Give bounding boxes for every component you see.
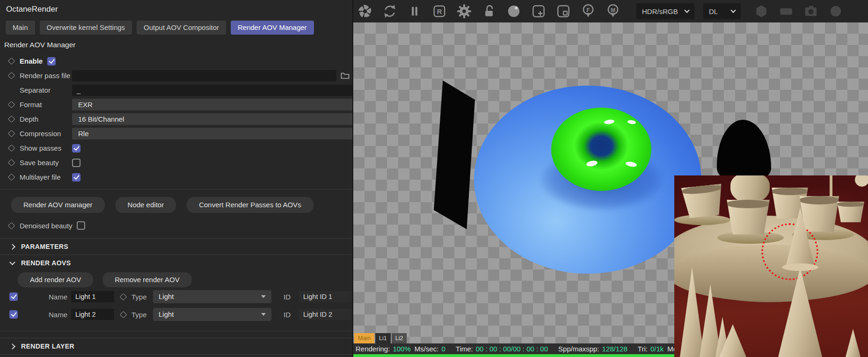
convert-render-passes-button[interactable]: Convert Render Passes to AOVs <box>187 197 313 213</box>
chevron-down-icon <box>9 259 15 265</box>
aov-enabled-checkbox[interactable] <box>9 310 18 319</box>
wooden-jar <box>730 175 770 203</box>
wooden-tree-cone <box>846 329 861 357</box>
device-dropdown[interactable]: DL <box>703 3 741 19</box>
tab-overwrite-kernel-settings[interactable]: Overwrite kernel Settings <box>40 21 132 35</box>
node-diamond-icon <box>8 116 15 123</box>
render-ball-icon[interactable] <box>506 3 522 19</box>
settings-form: Enable Render pass file Separator _ <box>0 54 352 184</box>
aov-row-light-1: Name Light 1 Type Light ID Light ID 1 <box>9 290 352 303</box>
multilayer-file-checkbox[interactable] <box>72 173 80 182</box>
aov-row-light-2: Name Light 2 Type Light ID Light ID 2 <box>9 308 352 321</box>
panel-tab-bar: Main Overwrite kernel Settings Output AO… <box>6 21 352 35</box>
section-parameters[interactable]: PARAMETERS <box>0 239 352 255</box>
node-diamond-icon <box>8 101 15 109</box>
format-label: Format <box>20 101 72 109</box>
pause-icon[interactable] <box>407 3 423 19</box>
tab-render-aov-manager[interactable]: Render AOV Manager <box>231 21 314 35</box>
node-diamond-icon <box>8 159 15 167</box>
aov-type-select[interactable]: Light <box>153 308 271 321</box>
aov-id-input[interactable]: Light ID 1 <box>299 291 351 302</box>
unlock-icon[interactable] <box>481 3 497 19</box>
separator-input[interactable]: _ <box>72 85 352 96</box>
wooden-piece <box>855 175 868 187</box>
refresh-icon[interactable] <box>382 3 398 19</box>
format-select[interactable]: EXR <box>72 99 352 111</box>
material-picker-icon[interactable]: M <box>605 3 621 19</box>
pass-tab-li2[interactable]: Li2 <box>392 333 407 343</box>
svg-text:F: F <box>586 7 590 14</box>
id-label: ID <box>284 293 295 301</box>
add-region-icon[interactable] <box>531 3 547 19</box>
tab-main[interactable]: Main <box>6 21 35 35</box>
render-pass-file-input[interactable] <box>72 70 336 81</box>
show-passes-checkbox[interactable] <box>72 144 80 153</box>
action-buttons: Render AOV manager Node editor Convert R… <box>11 197 352 213</box>
aov-enabled-checkbox[interactable] <box>9 292 18 301</box>
camera-icon[interactable] <box>803 3 819 19</box>
page-title: Render AOV Manager <box>4 41 352 50</box>
multilayer-file-label: Multilayer file <box>20 173 72 181</box>
spp-value: 128/128 <box>602 345 627 353</box>
ms-value: 0 <box>441 345 445 353</box>
render-aov-manager-button[interactable]: Render AOV manager <box>11 197 105 213</box>
tri-value: 0/1k <box>650 345 664 353</box>
depth-select[interactable]: 16 Bit/Channel <box>72 113 352 125</box>
separator-row: Separator _ <box>0 83 352 97</box>
denoised-beauty-checkbox[interactable] <box>77 221 85 230</box>
aov-name-input[interactable]: Light 2 <box>71 309 114 320</box>
type-label: Type <box>131 293 148 301</box>
name-label: Name <box>25 311 67 319</box>
chevron-right-icon <box>9 244 15 250</box>
aov-name-input[interactable]: Light 1 <box>71 291 114 302</box>
restart-render-icon[interactable]: R <box>431 3 447 19</box>
browse-folder-button[interactable] <box>339 70 350 81</box>
dropdown-caret-icon <box>261 313 266 316</box>
depth-row: Depth 16 Bit/Channel <box>0 112 352 126</box>
enable-checkbox[interactable] <box>47 57 56 66</box>
format-row: Format EXR <box>0 97 352 112</box>
remove-render-aov-button[interactable]: Remove render AOV <box>102 272 191 287</box>
compression-select[interactable]: Rle <box>72 128 352 140</box>
aov-list: Name Light 1 Type Light ID Light ID 1 Na… <box>0 290 352 321</box>
node-diamond-icon <box>8 222 15 229</box>
section-render-layer[interactable]: RENDER LAYER <box>0 338 352 354</box>
node-diamond-icon <box>8 145 15 152</box>
folder-icon <box>341 72 350 79</box>
save-beauty-checkbox[interactable] <box>72 159 80 167</box>
save-beauty-row: Save beauty <box>0 155 352 170</box>
chevron-right-icon <box>9 343 15 350</box>
divider <box>0 189 352 189</box>
octane-logo-icon[interactable] <box>357 3 373 19</box>
tab-output-aov-compositor[interactable]: Output AOV Compositor <box>137 21 226 35</box>
time-label: Time: <box>456 345 473 353</box>
mesh-hexagon-icon[interactable] <box>753 3 769 19</box>
dropdown-caret-icon <box>261 295 266 298</box>
viewport-toolbar: R <box>353 0 868 22</box>
add-render-aov-button[interactable]: Add render AOV <box>18 272 93 287</box>
node-diamond-icon <box>8 58 15 65</box>
compression-row: Compression Rle <box>0 126 352 141</box>
plane-rect-icon[interactable] <box>778 3 794 19</box>
node-diamond-icon <box>120 293 127 300</box>
pick-region-icon[interactable] <box>555 3 571 19</box>
aov-id-input[interactable]: Light ID 2 <box>299 309 351 320</box>
pass-tab-main[interactable]: Main <box>354 333 374 343</box>
node-diamond-icon <box>120 311 127 318</box>
time-value: 00 : 00 : 00/00 : 00 : 00 <box>476 345 548 353</box>
focus-picker-icon[interactable]: F <box>580 3 596 19</box>
render-aovs-section-label: RENDER AOVS <box>21 259 71 267</box>
settings-gear-icon[interactable] <box>456 3 472 19</box>
section-render-aovs[interactable]: RENDER AOVS <box>0 255 352 271</box>
rendering-label: Rendering: <box>356 345 390 353</box>
aov-type-select[interactable]: Light <box>153 290 271 303</box>
pass-tab-li1[interactable]: Li1 <box>375 333 391 343</box>
enable-row: Enable <box>0 54 352 68</box>
node-editor-button[interactable]: Node editor <box>116 197 176 213</box>
colorspace-dropdown[interactable]: HDR/sRGB <box>636 3 694 19</box>
aov-type-value: Light <box>159 292 174 300</box>
sphere-icon[interactable] <box>828 3 844 19</box>
render-pass-file-row: Render pass file <box>0 68 352 83</box>
divider <box>0 354 352 355</box>
wooden-cup <box>678 183 727 219</box>
